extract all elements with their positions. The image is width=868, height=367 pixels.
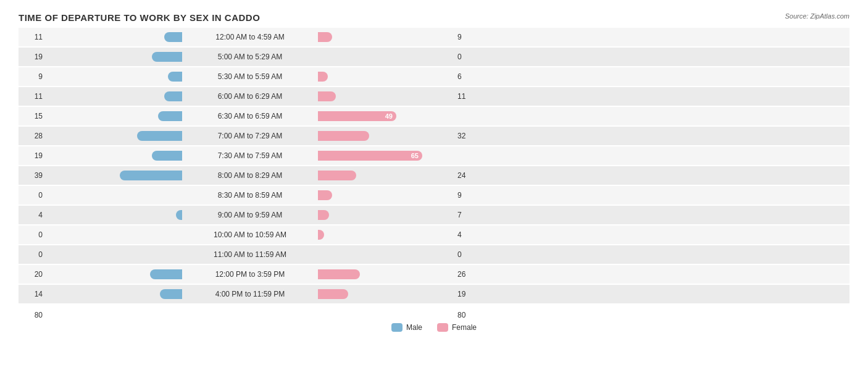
male-bar — [150, 269, 182, 279]
time-label: 7:00 AM to 7:29 AM — [182, 132, 318, 140]
chart-row: 1112:00 AM to 4:59 AM9 — [19, 28, 849, 46]
male-bar-container — [46, 111, 182, 121]
legend-female-label: Female — [452, 323, 477, 332]
male-value: 19 — [19, 53, 46, 61]
female-bar-inside-label: 49 — [385, 112, 393, 120]
female-bar-container — [318, 171, 454, 180]
female-bar — [318, 269, 360, 279]
female-value: 32 — [454, 132, 482, 140]
time-label: 5:30 AM to 5:59 AM — [182, 72, 318, 81]
male-bar — [152, 151, 182, 161]
male-bar-container — [46, 250, 182, 259]
male-value: 14 — [19, 290, 46, 298]
male-bar-container — [46, 190, 182, 200]
chart-row: 2012:00 PM to 3:59 PM26 — [19, 265, 849, 284]
male-bar-container — [46, 210, 182, 220]
female-bar-container — [318, 269, 454, 279]
female-value: 9 — [454, 191, 482, 200]
male-bar — [164, 32, 182, 42]
chart-row: 010:00 AM to 10:59 AM4 — [19, 226, 849, 244]
axis-row: 80 80 — [19, 311, 849, 319]
female-value: 19 — [454, 290, 482, 298]
female-bar-container — [318, 250, 454, 259]
legend: Male Female — [19, 323, 849, 332]
male-bar — [152, 52, 182, 62]
male-value: 11 — [19, 33, 46, 41]
male-bar-container — [46, 230, 182, 240]
female-bar-container — [318, 230, 454, 240]
female-value: 7 — [454, 211, 482, 219]
female-bar-container: 49 — [318, 111, 454, 121]
male-bar — [160, 289, 182, 299]
female-bar — [318, 131, 369, 141]
chart-row: 195:00 AM to 5:29 AM0 — [19, 48, 849, 66]
time-label: 9:00 AM to 9:59 AM — [182, 211, 318, 219]
chart-row: 116:00 AM to 6:29 AM11 — [19, 87, 849, 106]
male-bar — [168, 72, 182, 82]
female-value: 24 — [454, 171, 482, 180]
time-label: 8:30 AM to 8:59 AM — [182, 191, 318, 200]
male-bar — [164, 91, 182, 101]
chart-row: 287:00 AM to 7:29 AM32 — [19, 127, 849, 145]
female-bar — [318, 91, 336, 101]
female-value: 4 — [454, 230, 482, 239]
female-bar-container — [318, 210, 454, 220]
chart-row: 08:30 AM to 8:59 AM9 — [19, 186, 849, 205]
chart-row: 49:00 AM to 9:59 AM7 — [19, 206, 849, 224]
time-label: 5:00 AM to 5:29 AM — [182, 53, 318, 61]
male-bar-container — [46, 72, 182, 82]
female-bar — [318, 289, 348, 299]
male-bar — [176, 210, 182, 220]
female-bar-container: 65 — [318, 151, 454, 161]
time-label: 6:30 AM to 6:59 AM — [182, 112, 318, 120]
male-value: 28 — [19, 132, 46, 140]
female-bar-container — [318, 289, 454, 299]
male-bar-container — [46, 289, 182, 299]
male-bar-container — [46, 131, 182, 141]
male-value: 9 — [19, 72, 46, 81]
female-value: 11 — [454, 92, 482, 101]
legend-male-label: Male — [406, 323, 422, 332]
male-bar-container — [46, 151, 182, 161]
male-value: 39 — [19, 171, 46, 180]
male-bar — [137, 131, 182, 141]
female-bar-container — [318, 91, 454, 101]
chart-row: 144:00 PM to 11:59 PM19 — [19, 285, 849, 303]
male-bar — [158, 111, 182, 121]
female-bar: 65 — [318, 151, 422, 161]
source-text: Source: ZipAtlas.com — [785, 12, 849, 20]
male-bar-container — [46, 52, 182, 62]
time-label: 7:30 AM to 7:59 AM — [182, 151, 318, 160]
axis-right-label: 80 — [454, 311, 482, 319]
time-label: 4:00 PM to 11:59 PM — [182, 290, 318, 298]
female-bar-container — [318, 52, 454, 62]
male-bar — [120, 171, 182, 180]
time-label: 12:00 PM to 3:59 PM — [182, 270, 318, 279]
chart-row: 197:30 AM to 7:59 AM65 — [19, 146, 849, 165]
legend-female-box — [437, 323, 448, 332]
female-value: 26 — [454, 270, 482, 279]
male-value: 20 — [19, 270, 46, 279]
male-value: 0 — [19, 191, 46, 200]
male-value: 11 — [19, 92, 46, 101]
female-bar-inside-label: 65 — [411, 152, 419, 159]
female-bar-container — [318, 131, 454, 141]
time-label: 11:00 AM to 11:59 AM — [182, 250, 318, 259]
male-value: 15 — [19, 112, 46, 120]
female-bar — [318, 171, 356, 180]
chart-row: 156:30 AM to 6:59 AM49 — [19, 107, 849, 125]
female-bar — [318, 190, 332, 200]
chart-row: 398:00 AM to 8:29 AM24 — [19, 166, 849, 185]
female-value: 0 — [454, 53, 482, 61]
male-value: 0 — [19, 250, 46, 259]
male-bar-container — [46, 91, 182, 101]
chart-row: 95:30 AM to 5:59 AM6 — [19, 67, 849, 86]
legend-male-box — [391, 323, 403, 332]
chart-container: TIME OF DEPARTURE TO WORK BY SEX IN CADD… — [0, 0, 868, 367]
chart-area: 1112:00 AM to 4:59 AM9195:00 AM to 5:29 … — [19, 28, 849, 308]
time-label: 10:00 AM to 10:59 AM — [182, 230, 318, 239]
male-bar-container — [46, 269, 182, 279]
female-bar — [318, 210, 329, 220]
female-value: 9 — [454, 33, 482, 41]
male-value: 4 — [19, 211, 46, 219]
